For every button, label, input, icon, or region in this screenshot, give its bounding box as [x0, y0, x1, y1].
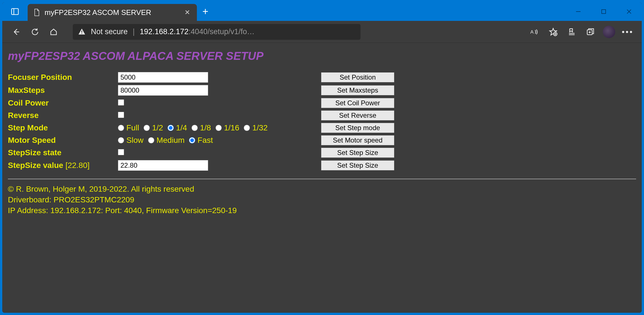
motor-speed-slow-radio[interactable]	[118, 137, 124, 143]
motor-speed-fast-radio[interactable]	[189, 137, 195, 143]
browser-tab[interactable]: myFP2ESP32 ASCOM SERVER ✕	[28, 4, 197, 21]
step-mode-group: Full 1/2 1/4 1/8 1/16 1/32	[118, 123, 321, 132]
url: 192.168.2.172:4040/setup/v1/fo…	[140, 27, 255, 36]
collections-icon[interactable]	[583, 24, 598, 40]
step-mode-sixteenth-radio[interactable]	[216, 125, 222, 131]
motor-speed-label: Motor Speed	[8, 134, 118, 146]
page-content: myFP2ESP32 ASCOM ALPACA SERVER SETUP Foc…	[2, 43, 642, 313]
new-tab-button[interactable]: +	[197, 2, 214, 21]
step-mode-thirtysecond-radio[interactable]	[244, 125, 250, 131]
svg-rect-3	[602, 10, 606, 14]
reverse-checkbox[interactable]	[118, 112, 124, 118]
step-mode-half-radio[interactable]	[144, 125, 150, 131]
separator	[8, 179, 636, 179]
reverse-label: Reverse	[8, 109, 118, 122]
svg-rect-7	[82, 30, 82, 32]
titlebar: myFP2ESP32 ASCOM SERVER ✕ +	[2, 2, 642, 21]
step-mode-full-radio[interactable]	[118, 125, 124, 131]
coil-power-label: Coil Power	[8, 97, 118, 109]
focuser-position-label: Focuser Position	[8, 71, 118, 84]
stepsize-state-label: StepSize state	[8, 146, 118, 159]
step-mode-eighth-radio[interactable]	[192, 125, 198, 131]
copyright-line: © R. Brown, Holger M, 2019-2022. All rig…	[8, 184, 636, 194]
security-label: Not secure	[91, 27, 128, 36]
motor-speed-group: Slow Medium Fast	[118, 136, 321, 145]
stepsize-value-input[interactable]	[118, 160, 208, 171]
driverboard-line: Driverboard: PRO2ES32PTMC2209	[8, 194, 636, 205]
set-step-mode-button[interactable]: Set Step mode	[321, 123, 394, 133]
favorite-icon[interactable]	[545, 24, 561, 40]
svg-rect-8	[82, 33, 82, 34]
browser-window: myFP2ESP32 ASCOM SERVER ✕ + Not secure |…	[2, 2, 642, 313]
toolbar: Not secure | 192.168.2.172:4040/setup/v1…	[2, 21, 642, 43]
close-tab-icon[interactable]: ✕	[183, 8, 191, 16]
read-aloud-icon[interactable]: A	[527, 24, 542, 40]
footer: © R. Brown, Holger M, 2019-2022. All rig…	[8, 184, 636, 216]
set-motor-speed-button[interactable]: Set Motor speed	[321, 135, 394, 145]
profile-avatar[interactable]	[601, 24, 617, 40]
svg-rect-0	[12, 8, 18, 14]
set-position-button[interactable]: Set Position	[321, 72, 394, 82]
step-mode-label: Step Mode	[8, 122, 118, 134]
set-stepsize-value-button[interactable]: Set Step Size	[321, 160, 394, 170]
page-icon	[33, 8, 40, 16]
maxsteps-label: MaxSteps	[8, 84, 118, 97]
stepsize-value-label: StepSize value [22.80]	[8, 159, 118, 172]
tab-actions-button[interactable]	[2, 2, 28, 21]
more-icon[interactable]: •••	[620, 24, 636, 40]
not-secure-icon	[78, 28, 86, 36]
set-reverse-button[interactable]: Set Reverse	[321, 110, 394, 121]
back-button[interactable]	[8, 24, 24, 40]
ip-line: IP Address: 192.168.2.172: Port: 4040, F…	[8, 205, 636, 216]
page-title: myFP2ESP32 ASCOM ALPACA SERVER SETUP	[8, 50, 636, 62]
tab-title: myFP2ESP32 ASCOM SERVER	[45, 8, 179, 17]
setup-form: Focuser Position Set Position MaxSteps S…	[8, 71, 394, 172]
favorites-list-icon[interactable]	[564, 24, 580, 40]
focuser-position-input[interactable]	[118, 72, 208, 83]
address-bar[interactable]: Not secure | 192.168.2.172:4040/setup/v1…	[73, 24, 361, 40]
close-window-button[interactable]	[616, 2, 642, 21]
motor-speed-medium-radio[interactable]	[148, 137, 154, 143]
stepsize-state-checkbox[interactable]	[118, 149, 124, 155]
step-mode-quarter-radio[interactable]	[168, 125, 174, 131]
coil-power-checkbox[interactable]	[118, 99, 124, 106]
divider: |	[133, 27, 135, 36]
set-maxsteps-button[interactable]: Set Maxsteps	[321, 85, 394, 95]
maxsteps-input[interactable]	[118, 85, 208, 96]
home-button[interactable]	[46, 24, 61, 40]
minimize-button[interactable]	[566, 2, 591, 21]
svg-text:A: A	[530, 29, 534, 35]
refresh-button[interactable]	[27, 24, 43, 40]
set-coil-power-button[interactable]: Set Coil Power	[321, 98, 394, 108]
maximize-button[interactable]	[591, 2, 616, 21]
set-stepsize-state-button[interactable]: Set Step Size	[321, 148, 394, 158]
